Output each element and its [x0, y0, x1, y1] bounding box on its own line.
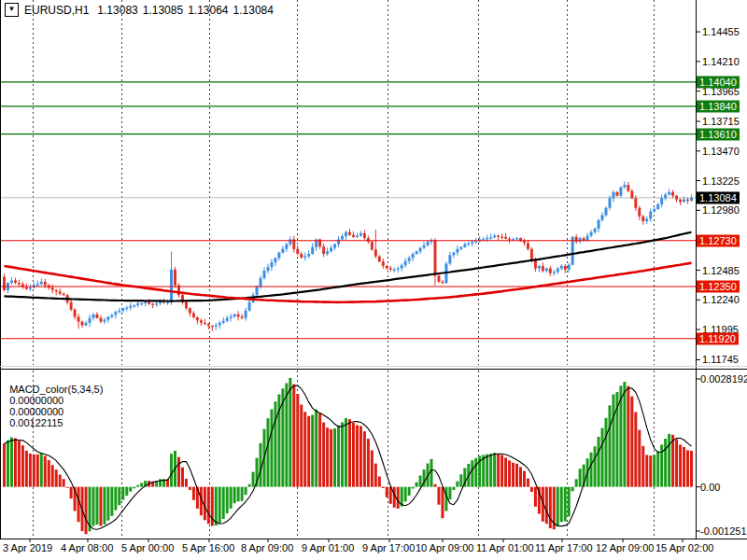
candle-body [683, 200, 685, 203]
price-tick-label: 1.13470 [702, 146, 740, 157]
macd-bar [456, 482, 458, 487]
macd-bar [530, 487, 533, 492]
macd-bar [51, 465, 54, 486]
candle-body [412, 254, 415, 258]
candle-body [508, 239, 511, 240]
macd-bar [177, 457, 180, 487]
candle-body [10, 281, 13, 284]
macd-bar [345, 418, 347, 487]
candle-body [630, 191, 633, 199]
macd-bar [226, 487, 229, 514]
macd-value-2: 0.00000000 [9, 406, 63, 417]
macd-bar [471, 460, 473, 487]
chart-canvas[interactable] [0, 0, 747, 560]
candlestick-series [3, 181, 693, 331]
macd-bar [416, 483, 418, 487]
macd-bar [500, 455, 503, 486]
macd-bar [48, 460, 50, 487]
candle-body [3, 277, 6, 290]
candle-body [433, 241, 436, 276]
candle-body [36, 284, 39, 285]
candle-body [230, 316, 233, 317]
time-axis-label: 10 Apr 09:00 [416, 542, 473, 553]
candle-body [51, 287, 54, 289]
candle-body [448, 255, 451, 263]
macd-bar [140, 483, 143, 486]
macd-bar [430, 459, 433, 487]
macd-bar [7, 441, 9, 487]
candle-body [341, 236, 344, 239]
candle-body [40, 282, 43, 284]
macd-name: MACD_color(5,34,5) [9, 384, 103, 395]
macd-bar [649, 455, 652, 486]
macd-bar [248, 484, 251, 487]
macd-value-3: 0.00122115 [9, 417, 63, 428]
candle-body [148, 302, 150, 304]
candle-body [256, 287, 259, 295]
macd-bar [419, 475, 422, 486]
candle-body [277, 253, 280, 259]
macd-bar [10, 438, 13, 487]
candle-body [218, 323, 221, 325]
macd-bar [497, 454, 500, 487]
macd-bar [397, 487, 400, 509]
macd-bar [110, 487, 113, 516]
macd-bar [315, 410, 317, 487]
macd-bar [29, 454, 32, 487]
macd-bar [322, 423, 325, 487]
macd-bar [568, 487, 571, 517]
ma-black-line [5, 232, 692, 301]
macd-bar [118, 487, 120, 506]
macd-bar [683, 447, 685, 487]
price-tick-label: 1.12485 [702, 265, 740, 276]
candle-body [170, 270, 173, 302]
candle-body [99, 318, 102, 322]
candle-body [233, 315, 236, 316]
macd-bar [266, 418, 269, 486]
candle-body [656, 204, 659, 209]
macd-bar [311, 414, 314, 486]
candle-body [500, 237, 503, 238]
candle-body [378, 257, 381, 262]
candle-body [63, 294, 65, 295]
candle-body [374, 249, 377, 256]
candle-body [207, 324, 210, 326]
macd-bar [333, 428, 336, 487]
macd-bar [296, 394, 299, 487]
candle-body [404, 261, 407, 265]
macd-bar [564, 487, 567, 522]
candle-body [44, 282, 47, 286]
macd-bar [70, 487, 73, 499]
candle-body [174, 270, 176, 286]
macd-bar [185, 479, 188, 487]
price-tick-label: 1.14455 [702, 26, 740, 37]
macd-bar [474, 458, 477, 487]
time-axis-label: 5 Apr 00:00 [121, 542, 174, 553]
candle-body [615, 192, 618, 196]
candle-body [549, 269, 552, 273]
price-tick-label: 1.13225 [702, 175, 740, 187]
macd-bar [207, 487, 210, 525]
macd-bar [452, 487, 455, 490]
macd-bar [668, 434, 670, 487]
candle-body [564, 266, 567, 270]
candle-body [204, 323, 206, 324]
candle-body [579, 238, 582, 242]
macd-bar [601, 428, 604, 487]
macd-bar [598, 437, 600, 487]
candle-body [307, 254, 310, 256]
macd-bar [627, 386, 629, 487]
candle-body [200, 320, 203, 322]
candle-body [382, 261, 385, 266]
candle-body [568, 265, 571, 270]
macd-bar [671, 435, 674, 487]
macd-bar [560, 487, 563, 523]
macd-bar [337, 426, 340, 487]
ma-red-line [5, 263, 692, 302]
collapse-chart-icon[interactable]: ▼ [5, 3, 19, 17]
macd-bar [106, 487, 109, 521]
macd-bar [630, 397, 633, 487]
macd-bar [653, 455, 655, 486]
macd-bar [515, 464, 518, 487]
candle-body [78, 316, 80, 321]
